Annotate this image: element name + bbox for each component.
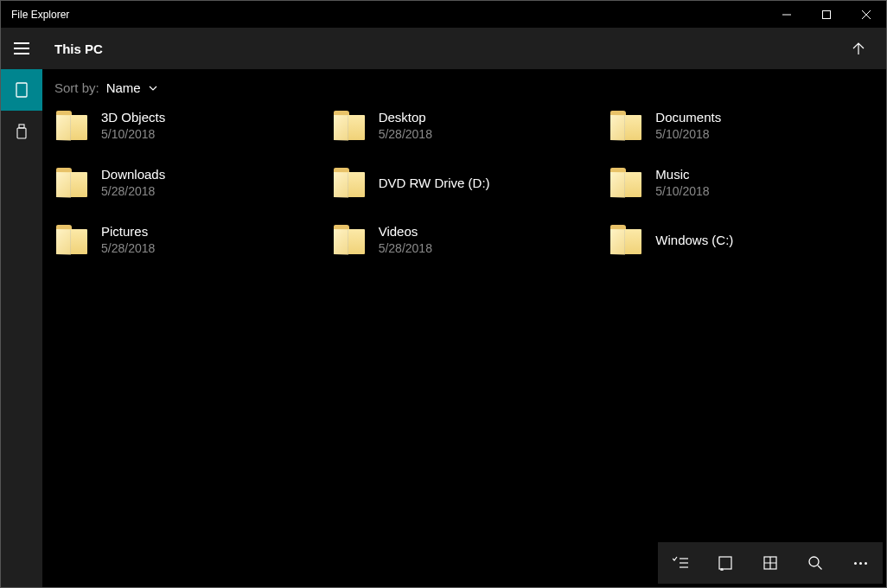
folder-icon bbox=[332, 165, 367, 200]
usb-icon bbox=[16, 124, 27, 139]
tablet-icon bbox=[16, 82, 28, 98]
folder-icon bbox=[609, 108, 643, 143]
hamburger-button[interactable] bbox=[1, 28, 42, 69]
more-button[interactable] bbox=[838, 542, 883, 584]
search-button[interactable] bbox=[793, 542, 838, 584]
folder-icon bbox=[609, 222, 643, 257]
folder-item[interactable]: Downloads5/28/2018 bbox=[54, 161, 323, 204]
sort-bar: Sort by: Name bbox=[42, 69, 886, 104]
svg-point-6 bbox=[809, 557, 819, 566]
body: Sort by: Name 3D Objects5/10/2018Desktop… bbox=[1, 69, 886, 587]
more-icon bbox=[854, 562, 867, 565]
item-label-group: Windows (C:) bbox=[655, 233, 733, 247]
item-name: Downloads bbox=[101, 167, 165, 182]
search-icon bbox=[807, 555, 823, 571]
folder-item[interactable]: Documents5/10/2018 bbox=[609, 104, 877, 147]
item-name: Music bbox=[655, 167, 709, 182]
item-name: Windows (C:) bbox=[655, 233, 733, 247]
view-button[interactable] bbox=[748, 542, 793, 584]
item-label-group: Music5/10/2018 bbox=[655, 167, 709, 198]
folder-icon bbox=[609, 165, 643, 200]
svg-rect-2 bbox=[19, 125, 24, 128]
maximize-icon bbox=[822, 10, 831, 19]
sort-dropdown[interactable]: Name bbox=[103, 80, 158, 95]
folder-icon bbox=[54, 222, 89, 257]
folder-item[interactable]: Desktop5/28/2018 bbox=[332, 104, 601, 147]
item-name: Videos bbox=[379, 224, 432, 239]
svg-rect-1 bbox=[16, 83, 27, 97]
select-all-button[interactable] bbox=[658, 542, 703, 584]
item-label-group: Documents5/10/2018 bbox=[655, 110, 721, 141]
window-title: File Explorer bbox=[1, 9, 69, 21]
folder-icon bbox=[54, 108, 89, 143]
folder-item[interactable]: Videos5/28/2018 bbox=[332, 218, 601, 261]
command-bar bbox=[658, 542, 883, 584]
sidebar bbox=[1, 69, 42, 587]
close-icon bbox=[862, 10, 871, 19]
new-folder-button[interactable] bbox=[703, 542, 748, 584]
header-left: This PC bbox=[1, 28, 103, 69]
item-label-group: Videos5/28/2018 bbox=[379, 224, 432, 255]
item-name: Pictures bbox=[101, 224, 155, 239]
titlebar: File Explorer bbox=[1, 1, 886, 28]
main-content: Sort by: Name 3D Objects5/10/2018Desktop… bbox=[42, 69, 886, 587]
svg-rect-3 bbox=[17, 128, 26, 138]
minimize-button[interactable] bbox=[767, 1, 807, 28]
item-date: 5/10/2018 bbox=[655, 127, 721, 141]
close-button[interactable] bbox=[846, 1, 886, 28]
svg-rect-4 bbox=[719, 557, 731, 569]
item-name: 3D Objects bbox=[101, 110, 165, 125]
folder-icon bbox=[332, 222, 367, 257]
sort-value: Name bbox=[106, 80, 141, 95]
sidebar-item-this-pc[interactable] bbox=[1, 69, 42, 111]
header: This PC bbox=[1, 28, 886, 69]
sort-label: Sort by: bbox=[54, 80, 99, 95]
item-date: 5/28/2018 bbox=[379, 127, 432, 141]
folder-item[interactable]: 3D Objects5/10/2018 bbox=[54, 104, 323, 147]
folder-item[interactable]: Windows (C:) bbox=[609, 218, 877, 261]
checklist-icon bbox=[673, 556, 688, 570]
arrow-up-icon bbox=[852, 42, 865, 55]
grid-view-icon bbox=[763, 556, 777, 570]
minimize-icon bbox=[782, 10, 791, 19]
new-folder-icon bbox=[718, 555, 733, 571]
item-label-group: Pictures5/28/2018 bbox=[101, 224, 155, 255]
up-button[interactable] bbox=[839, 29, 877, 67]
item-label-group: Desktop5/28/2018 bbox=[379, 110, 432, 141]
folder-icon bbox=[54, 165, 89, 200]
item-name: Desktop bbox=[379, 110, 432, 125]
item-label-group: Downloads5/28/2018 bbox=[101, 167, 165, 198]
item-label-group: 3D Objects5/10/2018 bbox=[101, 110, 165, 141]
item-label-group: DVD RW Drive (D:) bbox=[379, 176, 490, 190]
item-date: 5/28/2018 bbox=[101, 184, 165, 198]
maximize-button[interactable] bbox=[807, 1, 846, 28]
chevron-down-icon bbox=[148, 83, 158, 93]
svg-rect-0 bbox=[823, 10, 831, 18]
folder-icon bbox=[332, 108, 367, 143]
folder-item[interactable]: DVD RW Drive (D:) bbox=[332, 161, 601, 204]
item-name: DVD RW Drive (D:) bbox=[379, 176, 490, 190]
item-date: 5/10/2018 bbox=[101, 127, 165, 141]
folder-item[interactable]: Pictures5/28/2018 bbox=[54, 218, 323, 261]
item-date: 5/10/2018 bbox=[655, 184, 709, 198]
item-date: 5/28/2018 bbox=[379, 241, 432, 255]
item-name: Documents bbox=[655, 110, 721, 125]
folder-item[interactable]: Music5/10/2018 bbox=[609, 161, 877, 204]
location-title: This PC bbox=[42, 42, 103, 56]
sidebar-item-device[interactable] bbox=[1, 111, 42, 152]
item-grid: 3D Objects5/10/2018Desktop5/28/2018Docum… bbox=[42, 104, 886, 261]
window-controls bbox=[767, 1, 886, 28]
item-date: 5/28/2018 bbox=[101, 241, 155, 255]
hamburger-icon bbox=[14, 42, 29, 54]
